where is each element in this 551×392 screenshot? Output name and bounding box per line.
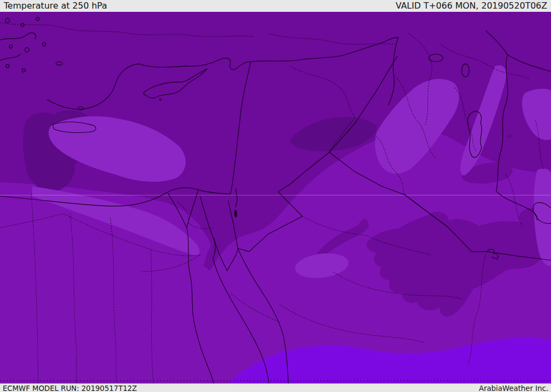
footer-bar: ECMWF MODEL RUN: 20190517T12Z ArabiaWeat…	[0, 383, 551, 392]
header-bar: Temperature at 250 hPa VALID T+066 MON, …	[0, 0, 551, 12]
map-canvas	[0, 12, 551, 383]
map-title: Temperature at 250 hPa	[4, 0, 107, 12]
valid-time-label: VALID T+066 MON, 20190520T06Z	[395, 0, 547, 12]
temp-fill-coldest-dot	[507, 135, 512, 138]
dead-sea	[235, 210, 237, 217]
model-run-label: ECMWF MODEL RUN: 20190517T12Z	[3, 384, 137, 392]
temperature-map	[0, 12, 551, 383]
credit-label: ArabiaWeather Inc.	[479, 384, 548, 392]
weather-map-product: Temperature at 250 hPa VALID T+066 MON, …	[0, 0, 551, 392]
